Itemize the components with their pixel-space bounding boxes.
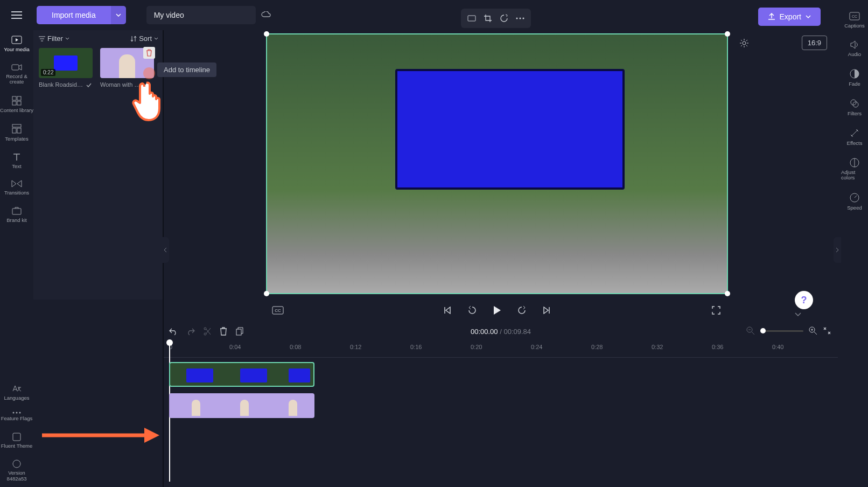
project-title-input[interactable] [146,6,256,24]
more-icon [516,17,524,19]
ruler-tick: 0:40 [772,344,783,350]
sidebar-item-fluent-theme[interactable]: Fluent Theme [0,427,33,454]
zoom-out-button[interactable] [746,326,755,335]
media-icon [11,36,22,44]
rewind-button[interactable] [465,303,480,318]
fit-tool-button[interactable] [464,11,479,26]
forward-button[interactable] [514,303,529,318]
filter-button[interactable]: Filter [39,34,69,43]
prop-item-effects[interactable]: Effects [841,124,868,150]
timeline-toolbar: 00:00.00 / 00:09.84 [164,321,838,342]
crop-tool-button[interactable] [480,11,495,26]
add-to-timeline-button[interactable] [143,67,155,79]
prop-item-adjust-colors[interactable]: Adjust colors [841,154,868,185]
media-thumb-1[interactable]: 0:22 Blank Roadsid… [39,48,93,88]
collapse-media-panel[interactable] [162,237,169,263]
prop-item-speed[interactable]: Speed [841,189,868,215]
skip-forward-icon [543,307,550,314]
sort-icon [130,36,137,42]
skip-end-button[interactable] [539,303,554,318]
sidebar-item-record[interactable]: Record & create [0,58,33,91]
import-media-dropdown[interactable] [111,6,126,24]
timeline-clip-woman[interactable] [169,393,314,418]
prop-item-filters[interactable]: Filters [841,94,868,121]
timeline-clip-billboard[interactable] [169,362,314,387]
zoom-fit-button[interactable] [823,326,831,335]
captions-toggle-button[interactable]: CC [270,303,285,318]
canvas-tool-group [461,9,531,28]
delete-thumb-button[interactable] [143,47,155,59]
resize-handle-br[interactable] [725,291,730,296]
svg-rect-5 [12,65,19,70]
templates-icon [12,124,22,134]
help-expand[interactable] [795,312,813,316]
copy-icon [236,327,243,336]
video-preview[interactable] [266,33,728,294]
resize-handle-bl[interactable] [264,291,269,296]
sidebar-item-languages[interactable]: Languages [0,379,33,406]
forward-icon [517,305,527,315]
preview-settings-button[interactable] [737,36,752,51]
import-media-button[interactable]: Import media [37,6,111,24]
svg-point-16 [19,412,21,414]
sidebar-item-version[interactable]: Version 8482a53 [0,454,33,487]
sort-button[interactable]: Sort [130,34,158,43]
sidebar-item-content-library[interactable]: Content library [0,91,33,119]
arrow-annotation [42,427,160,444]
thumb-duration: 0:22 [41,69,55,76]
zoom-slider-thumb[interactable] [760,328,766,333]
speed-icon [850,193,859,203]
sidebar-label: Version 8482a53 [0,470,33,482]
text-icon [12,152,21,161]
resize-handle-tr[interactable] [725,31,730,37]
sidebar-label: Record & create [0,74,33,85]
play-button[interactable] [489,303,505,318]
more-tools-button[interactable] [513,11,528,26]
chevron-down-icon [795,312,801,316]
collapse-right-panel[interactable] [834,237,841,263]
help-button[interactable]: ? [795,291,813,309]
sidebar-item-your-media[interactable]: Your media [0,30,33,58]
zoom-out-icon [746,326,755,335]
split-button[interactable] [204,327,211,336]
aspect-ratio-button[interactable]: 16:9 [802,36,827,50]
duplicate-button[interactable] [236,327,243,336]
export-button[interactable]: Export [758,8,821,26]
svg-rect-12 [17,128,21,133]
prop-item-captions[interactable]: CC Captions [841,8,868,33]
prop-label: Speed [847,205,862,211]
sidebar-item-templates[interactable]: Templates [0,119,33,147]
zoom-slider[interactable] [760,330,803,332]
sidebar-item-feature-flags[interactable]: Feature Flags [0,406,33,427]
hamburger-menu[interactable] [8,6,26,24]
svg-rect-8 [12,101,16,105]
fade-icon [850,69,859,79]
transitions-icon [11,180,22,187]
prop-label: Adjust colors [841,170,868,181]
skip-start-button[interactable] [440,303,455,318]
sidebar-item-text[interactable]: Text [0,147,33,175]
rotate-tool-button[interactable] [496,11,512,26]
billboard-overlay [395,69,625,190]
prop-item-fade[interactable]: Fade [841,65,868,91]
redo-button[interactable] [186,328,195,335]
fullscreen-button[interactable] [709,303,724,318]
trash-icon [146,49,152,57]
zoom-in-button[interactable] [809,326,817,335]
sync-status-icon[interactable] [261,11,271,19]
prop-item-audio[interactable]: Audio [841,36,868,61]
cc-icon: CC [272,306,284,315]
thumb-label: Blank Roadsid… [39,81,93,88]
sidebar-label: Languages [4,395,29,401]
filter-label: Filter [47,34,63,43]
version-icon [12,460,21,468]
sidebar-item-transitions[interactable]: Transitions [0,175,33,201]
timeline-ruler[interactable]: 0 0:04 0:08 0:12 0:16 0:20 0:24 0:28 0:3… [164,344,838,358]
delete-clip-button[interactable] [220,327,227,336]
undo-button[interactable] [169,328,178,335]
chevron-down-icon [154,37,158,40]
resize-handle-tl[interactable] [264,31,269,37]
sidebar-item-brand-kit[interactable]: Brand kit [0,201,33,228]
cursor-hand-annotation [131,79,169,122]
sidebar-label: Your media [4,46,30,52]
